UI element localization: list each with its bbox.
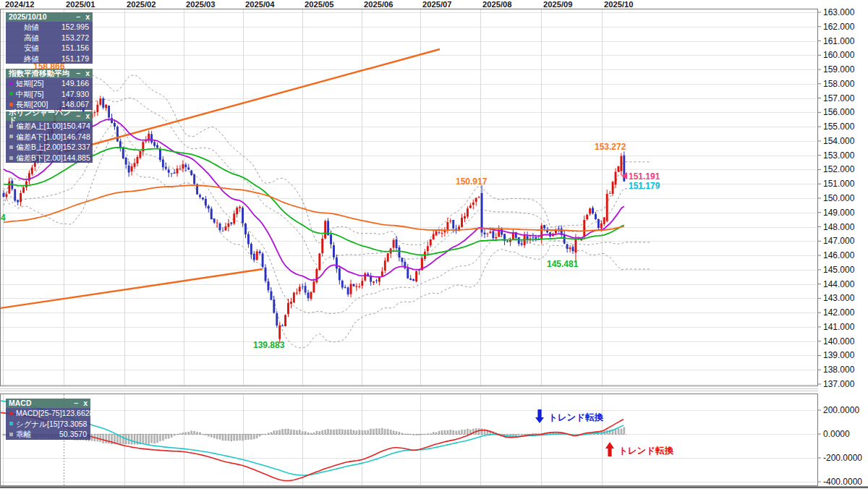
price-axis-label: 142.000: [823, 307, 855, 318]
panel-close-button[interactable]: x: [85, 12, 90, 21]
x-axis-label: 2024/12: [5, 0, 34, 9]
price-axis-label: 137.000: [823, 379, 855, 389]
panel-minimize-button[interactable]: −: [74, 399, 78, 407]
price-axis-label: 155.000: [823, 122, 855, 132]
trend-change-label: トレンド転換: [548, 412, 604, 422]
price-axis-label: 138.000: [823, 365, 855, 375]
chart-canvas[interactable]: 153.272150.917145.481139.883158.8664151.…: [0, 0, 868, 489]
price-axis-label: 157.000: [823, 93, 855, 103]
price-axis-label: 159.000: [823, 64, 855, 75]
boll-color-dot: [9, 156, 13, 160]
x-axis-label: 2025/10: [604, 0, 633, 9]
macd-axis-label: 200.0000: [823, 405, 859, 415]
boll-color-dot: [9, 145, 13, 149]
ohlc-panel-title: 2025/10/10: [9, 13, 47, 21]
divergence-color-dot: [9, 433, 13, 436]
ohlc-panel[interactable]: 2025/10/10 −x 始値152.995 高値153.272 安値151.…: [6, 12, 93, 64]
price-axis-label: 161.000: [823, 36, 855, 46]
price-axis-label: 148.000: [823, 222, 855, 232]
x-axis-label: 2025/07: [422, 0, 451, 9]
ema-row-mid: 中期[75]147.930: [6, 89, 93, 100]
macd-panel-header[interactable]: MACD −x: [6, 399, 90, 408]
x-axis-label: 2025/03: [186, 0, 215, 9]
ema-panel[interactable]: 指数平滑移動平均 −x 短期[25]149.166 中期[75]147.930 …: [6, 69, 93, 110]
ema-mid-color-dot: [9, 92, 13, 95]
panel-close-button[interactable]: x: [85, 69, 90, 77]
price-axis-label: 152.000: [823, 164, 855, 174]
price-axis-label: 154.000: [823, 136, 855, 146]
price-axis-label: 156.000: [823, 107, 855, 117]
x-axis-label: 2025/05: [305, 0, 333, 9]
price-annotation: 153.272: [595, 142, 626, 152]
ema-long-color-dot: [9, 103, 13, 106]
price-axis-label: 160.000: [823, 50, 855, 60]
boll-row-a-lower: 偏差A下[1.00]146.748: [6, 132, 93, 143]
panel-minimize-button[interactable]: −: [76, 69, 80, 77]
x-axis-label: 2025/09: [543, 0, 572, 9]
panel-minimize-button[interactable]: −: [76, 111, 80, 120]
price-axis-label: 162.000: [823, 22, 855, 32]
macd-axis-label: 0.0000: [823, 429, 850, 439]
current-price-label: 151.179: [629, 181, 660, 191]
price-axis-label: 143.000: [823, 293, 855, 303]
x-axis-label: 2025/01: [66, 0, 95, 9]
current-price-label: 151.191: [629, 171, 660, 182]
price-annotation: 145.481: [547, 259, 579, 269]
price-axis-label: 144.000: [823, 279, 855, 289]
price-axis-label: 147.000: [823, 236, 855, 246]
boll-color-dot: [9, 135, 13, 138]
price-annotation: 150.917: [456, 177, 488, 187]
price-axis-label: 149.000: [823, 208, 855, 218]
ema-panel-header[interactable]: 指数平滑移動平均 −x: [6, 69, 93, 78]
x-axis-label: 2025/02: [127, 0, 156, 9]
price-axis-label: 141.000: [823, 322, 855, 332]
price-axis-label: 153.000: [823, 150, 855, 161]
ema-panel-title: 指数平滑移動平均: [9, 69, 69, 77]
boll-color-dot: [9, 124, 13, 128]
macd-row-signal: シグナル[15]73.3058: [6, 419, 90, 430]
price-annotation: 139.883: [253, 340, 285, 350]
x-axis-label: 2025/08: [482, 0, 511, 9]
macd-row-macd: MACD[25-75]123.6628: [6, 408, 90, 419]
signal-color-dot: [9, 422, 13, 425]
macd-axis-label: -200.0000: [823, 453, 862, 463]
panel-minimize-button[interactable]: −: [76, 12, 80, 21]
price-axis-label: 139.000: [823, 350, 855, 360]
boll-row-b-upper: 偏差B上[2.00]152.337: [6, 142, 93, 153]
x-axis-label: 2025/04: [245, 0, 275, 9]
price-axis-label: 145.000: [823, 265, 855, 275]
window-bottom-edge: [0, 486, 868, 488]
ohlc-panel-header[interactable]: 2025/10/10 −x: [6, 12, 93, 22]
bollinger-panel[interactable]: ボリンジャーバンド −x 偏差A上[1.00]150.474 偏差A下[1.00…: [6, 111, 93, 163]
ohlc-row-open: 始値152.995: [6, 22, 93, 33]
price-axis-label: 146.000: [823, 250, 855, 260]
ohlc-row-high: 高値153.272: [6, 33, 93, 43]
ema-row-short: 短期[25]149.166: [6, 78, 93, 89]
ohlc-row-close: 終値151.179: [6, 54, 93, 64]
price-axis-label: 151.000: [823, 179, 855, 189]
price-axis-label: 150.000: [823, 193, 855, 203]
macd-color-dot: [9, 412, 13, 415]
trend-change-label: トレンド転換: [618, 446, 674, 456]
macd-chart-area[interactable]: トレンド転換トレンド転換: [0, 394, 817, 485]
trend-change-down-arrow: [537, 409, 541, 417]
boll-row-b-lower: 偏差B下[2.00]144.885: [6, 153, 93, 163]
price-axis-label: 140.000: [823, 336, 855, 346]
panel-close-button[interactable]: x: [85, 111, 90, 120]
macd-panel[interactable]: MACD −x MACD[25-75]123.6628 シグナル[15]73.3…: [6, 399, 90, 440]
chart-window: 153.272150.917145.481139.883158.8664151.…: [0, 0, 868, 489]
macd-row-divergence: 乖離50.3570: [6, 429, 90, 440]
macd-axis-label: -400.0000: [823, 477, 862, 487]
panel-close-button[interactable]: x: [83, 399, 88, 407]
price-axis-label: 163.000: [823, 7, 855, 17]
x-axis-label: 2025/06: [364, 0, 393, 9]
ema-short-color-dot: [9, 82, 13, 85]
boll-row-a-upper: 偏差A上[1.00]150.474: [6, 121, 93, 132]
bollinger-panel-header[interactable]: ボリンジャーバンド −x: [6, 111, 93, 121]
price-axis-label: 158.000: [823, 79, 855, 89]
macd-panel-title: MACD: [9, 399, 32, 407]
price-chart-area[interactable]: 153.272150.917145.481139.883158.8664151.…: [0, 9, 817, 386]
ohlc-row-low: 安値151.156: [6, 43, 93, 54]
price-annotation: 4: [1, 213, 6, 223]
